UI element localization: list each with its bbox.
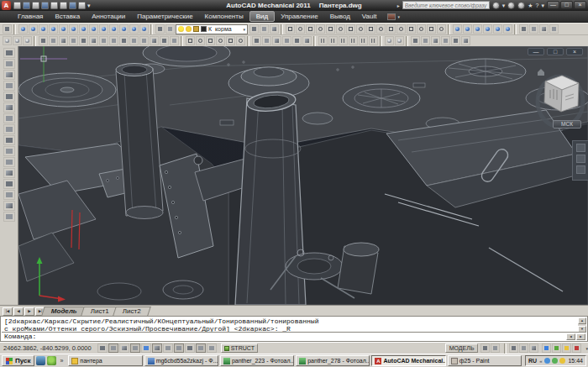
toolbar-icon[interactable] xyxy=(346,24,355,34)
toolbar-icon[interactable] xyxy=(441,36,450,45)
toolbar-icon[interactable] xyxy=(150,36,159,45)
toolbar-icon[interactable] xyxy=(572,343,581,353)
toolbar-icon[interactable] xyxy=(385,36,394,45)
open-file-icon[interactable] xyxy=(23,2,30,9)
toolbar-icon[interactable] xyxy=(417,24,426,34)
toolbar-icon[interactable] xyxy=(155,24,165,34)
toolbar-icon[interactable] xyxy=(461,36,470,45)
toolbar-icon[interactable] xyxy=(339,36,348,45)
task-photo-1[interactable]: mg6cbd55a2zkazj - Ф... xyxy=(144,355,218,366)
toolbar-icon[interactable] xyxy=(59,36,68,45)
quick-launch-more-icon[interactable]: » xyxy=(60,358,63,364)
toolbar-icon[interactable] xyxy=(260,24,269,34)
toolbar-icon[interactable] xyxy=(3,102,15,113)
toolbar-icon[interactable] xyxy=(270,24,279,34)
toolbar-icon[interactable] xyxy=(119,36,129,45)
toolbar-icon[interactable] xyxy=(139,36,149,45)
toolbar-icon[interactable] xyxy=(407,24,416,34)
toolbar-icon[interactable] xyxy=(349,36,358,45)
properties-icon[interactable] xyxy=(78,2,86,9)
media-player-icon[interactable] xyxy=(47,356,56,365)
favorites-icon[interactable]: ★ xyxy=(528,2,533,9)
toolbar-icon[interactable] xyxy=(18,24,28,34)
plot-icon[interactable] xyxy=(69,2,76,9)
redo-icon[interactable] xyxy=(60,2,67,9)
toolbar-icon[interactable] xyxy=(13,36,22,45)
toolbar-icon[interactable] xyxy=(119,343,129,353)
help-icon[interactable]: ? xyxy=(536,2,539,9)
search-icon[interactable] xyxy=(492,2,500,9)
toolbar-icon[interactable] xyxy=(129,24,139,34)
toolbar-icon[interactable] xyxy=(395,36,404,45)
toolbar-icon[interactable] xyxy=(519,343,528,353)
toolbar-icon[interactable] xyxy=(23,36,32,45)
close-button[interactable]: × xyxy=(574,1,586,9)
toolbar-icon[interactable] xyxy=(3,179,15,189)
search-input[interactable] xyxy=(402,1,490,9)
subscription-icon[interactable] xyxy=(507,2,515,9)
command-history[interactable]: [2dкаркас/Каркас/Скрытие/Реалистичный/КО… xyxy=(2,317,577,333)
start-button[interactable]: Пуск xyxy=(2,355,34,366)
toolbar-icon[interactable] xyxy=(3,92,15,102)
toolbar-icon[interactable] xyxy=(491,343,500,353)
command-prompt[interactable]: Команда: xyxy=(2,333,566,340)
toolbar-icon[interactable] xyxy=(421,36,430,45)
tab-glavnaya[interactable]: Главная xyxy=(12,11,49,22)
toolbar-icon[interactable] xyxy=(152,343,162,353)
toolbar-icon[interactable] xyxy=(437,24,446,34)
toolbar-icon[interactable] xyxy=(369,36,378,45)
toolbar-icon[interactable] xyxy=(69,24,78,34)
toolbar-icon[interactable] xyxy=(207,343,217,353)
toolbar-icon[interactable] xyxy=(236,36,245,45)
tab-prev-button[interactable]: ◀ xyxy=(13,307,24,316)
task-photo-2[interactable]: panther_223 - Фотоал... xyxy=(220,355,294,366)
layer-dropdown[interactable]: К_корма ▾ xyxy=(176,24,248,34)
toolbar-icon[interactable] xyxy=(79,24,88,34)
toolbar-icon[interactable] xyxy=(302,36,312,45)
toolbar-icon[interactable] xyxy=(3,24,12,34)
orbit-icon[interactable] xyxy=(576,165,585,174)
toolbar-icon[interactable] xyxy=(539,24,549,34)
toolbar-icon[interactable] xyxy=(427,24,436,34)
tab-vid[interactable]: Вид xyxy=(249,11,275,22)
toolbar-icon[interactable] xyxy=(3,81,15,91)
toolbar-icon[interactable] xyxy=(165,24,175,34)
help-dropdown-icon[interactable]: ▾ xyxy=(541,2,544,9)
drawing-restore-button[interactable]: □ xyxy=(547,48,564,55)
toolbar-icon[interactable] xyxy=(480,343,490,353)
tab-first-button[interactable]: |◀ xyxy=(3,307,13,316)
toolbar-icon[interactable] xyxy=(376,24,386,34)
scroll-left-icon[interactable]: ◀ xyxy=(566,333,575,340)
model-space-button[interactable]: МОДЕЛЬ xyxy=(445,343,479,353)
undo-icon[interactable] xyxy=(50,2,58,9)
toolbar-icon[interactable] xyxy=(160,36,169,45)
toolbar-icon[interactable] xyxy=(174,343,184,353)
toolbar-icon[interactable] xyxy=(89,36,98,45)
qat-dropdown-icon[interactable]: ▾ xyxy=(87,2,91,9)
toolbar-icon[interactable] xyxy=(196,343,206,353)
toolbar-icon[interactable] xyxy=(328,36,338,45)
toolbar-icon[interactable] xyxy=(286,24,295,34)
toolbar-icon[interactable] xyxy=(49,24,58,34)
task-paint[interactable]: ф25 - Paint xyxy=(448,355,522,366)
tab-vstavka[interactable]: Вставка xyxy=(49,11,86,22)
search-dropdown-icon[interactable]: ▾ xyxy=(502,2,506,9)
toolbar-icon[interactable] xyxy=(552,343,561,353)
toolbar-icon[interactable] xyxy=(411,36,420,45)
save-as-icon[interactable] xyxy=(41,2,49,9)
toolbar-icon[interactable] xyxy=(130,343,140,353)
toolbar-icon[interactable] xyxy=(272,36,281,45)
toolbar-icon[interactable] xyxy=(386,24,396,34)
autocad-logo-icon[interactable]: A xyxy=(2,1,11,10)
toolbar-icon[interactable] xyxy=(3,113,15,123)
toolbar-icon[interactable] xyxy=(3,201,15,211)
toolbar-icon[interactable] xyxy=(97,343,108,353)
infocenter-arrow-icon[interactable]: ▸ xyxy=(397,3,400,8)
toolbar-icon[interactable] xyxy=(163,343,173,353)
toolbar-icon[interactable] xyxy=(318,36,328,45)
restore-button[interactable]: □ xyxy=(560,1,573,9)
tab-next-button[interactable]: ▶ xyxy=(24,307,34,316)
toolbar-icon[interactable] xyxy=(366,24,375,34)
toolbar-icon[interactable] xyxy=(519,24,528,34)
toolbar-icon[interactable] xyxy=(3,70,15,80)
